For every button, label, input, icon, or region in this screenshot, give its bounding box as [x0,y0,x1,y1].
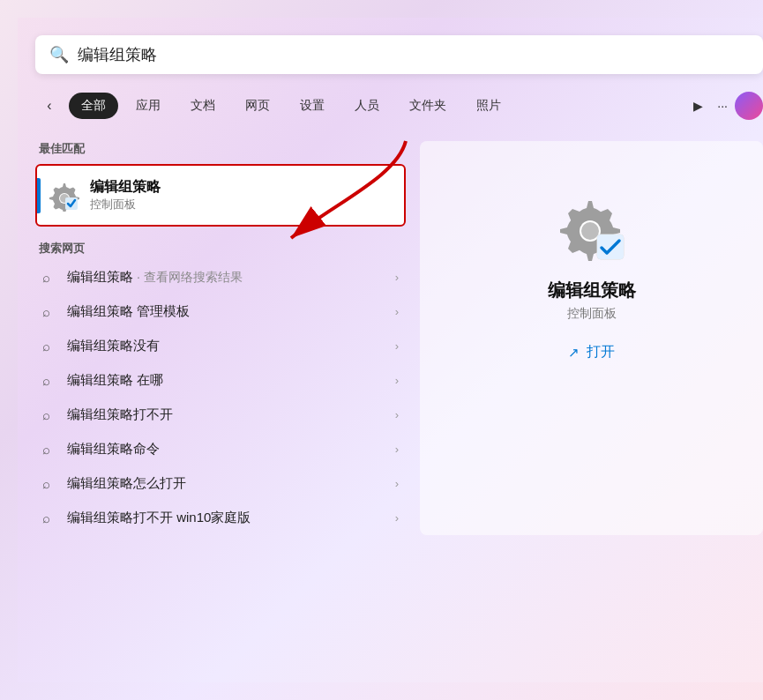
chevron-1: › [395,305,399,318]
search-result-text-2: 编辑组策略没有 [67,338,395,354]
search-result-icon-6: ⌕ [42,476,58,492]
search-input[interactable]: 编辑组策略 [78,44,749,65]
search-result-text-4: 编辑组策略打不开 [67,406,395,423]
more-button[interactable]: ··· [717,99,728,113]
search-web-section: 搜索网页 ⌕ 编辑组策略 · 查看网络搜索结果 › ⌕ 编辑组策略 管理模板 ›… [35,241,406,535]
app-title-large: 编辑组策略 [548,279,636,302]
avatar[interactable] [735,92,763,120]
app-icon-small [48,180,79,212]
chevron-3: › [395,374,399,387]
search-result-text-1: 编辑组策略 管理模板 [67,303,395,320]
chevron-0: › [395,271,399,284]
best-match-title: 最佳匹配 [35,141,406,157]
tab-apps[interactable]: 应用 [123,93,173,119]
search-web-title: 搜索网页 [35,241,406,257]
search-keyword-0: 编辑组策略 [67,269,133,284]
search-result-icon-7: ⌕ [42,510,58,526]
open-icon: ↗ [568,345,580,361]
filter-tabs: ‹ 全部 应用 文档 网页 设置 人员 文件夹 照片 ▶ ··· [18,85,763,127]
chevron-5: › [395,443,399,456]
play-button[interactable]: ▶ [685,93,710,118]
best-match-item-title: 编辑组策略 [90,178,161,197]
search-result-6[interactable]: ⌕ 编辑组策略怎么打开 › [35,466,406,501]
svg-point-5 [581,222,599,240]
search-result-4[interactable]: ⌕ 编辑组策略打不开 › [35,398,406,432]
search-result-icon-5: ⌕ [42,442,58,458]
search-bar[interactable]: 🔍 编辑组策略 [35,35,763,74]
tab-settings[interactable]: 设置 [288,93,337,119]
search-result-text-5: 编辑组策略命令 [67,441,395,458]
search-result-icon-3: ⌕ [42,373,58,389]
search-result-5[interactable]: ⌕ 编辑组策略命令 › [35,432,406,466]
search-icon: 🔍 [49,45,69,64]
tab-docs[interactable]: 文档 [178,93,228,119]
tab-all[interactable]: 全部 [69,93,118,119]
search-sub-0: · 查看网络搜索结果 [133,270,243,284]
best-match-item[interactable]: 编辑组策略 控制面板 [35,164,406,227]
best-match-item-subtitle: 控制面板 [90,197,161,212]
tab-web[interactable]: 网页 [233,93,282,119]
search-result-icon-2: ⌕ [42,339,58,354]
search-result-2[interactable]: ⌕ 编辑组策略没有 › [35,329,406,363]
back-button[interactable]: ‹ [35,92,64,120]
tab-people[interactable]: 人员 [342,93,392,119]
left-panel: 最佳匹配 [35,141,406,535]
chevron-7: › [395,511,399,525]
app-icon-large [557,194,627,268]
search-result-text-7: 编辑组策略打不开 win10家庭版 [67,510,395,526]
search-result-icon-1: ⌕ [42,304,58,320]
tab-folders[interactable]: 文件夹 [397,93,459,119]
right-panel: 编辑组策略 控制面板 ↗ 打开 [420,141,763,535]
open-label: 打开 [587,343,615,361]
tab-photos[interactable]: 照片 [464,93,513,119]
search-result-text-6: 编辑组策略怎么打开 [67,475,395,492]
chevron-6: › [395,477,399,490]
search-result-7[interactable]: ⌕ 编辑组策略打不开 win10家庭版 › [35,501,406,535]
search-result-1[interactable]: ⌕ 编辑组策略 管理模板 › [35,294,406,329]
best-match-text: 编辑组策略 控制面板 [90,178,161,212]
app-subtitle-large: 控制面板 [567,306,617,322]
chevron-4: › [395,408,399,421]
search-result-text-0: 编辑组策略 · 查看网络搜索结果 [67,269,395,286]
search-result-icon-4: ⌕ [42,407,58,423]
search-result-icon-0: ⌕ [42,270,58,286]
search-result-3[interactable]: ⌕ 编辑组策略 在哪 › [35,363,406,398]
open-button[interactable]: ↗ 打开 [568,343,615,361]
chevron-2: › [395,339,399,353]
tab-more-area: ▶ ··· [685,92,763,120]
search-result-0[interactable]: ⌕ 编辑组策略 · 查看网络搜索结果 › [35,260,406,294]
search-result-text-3: 编辑组策略 在哪 [67,372,395,389]
